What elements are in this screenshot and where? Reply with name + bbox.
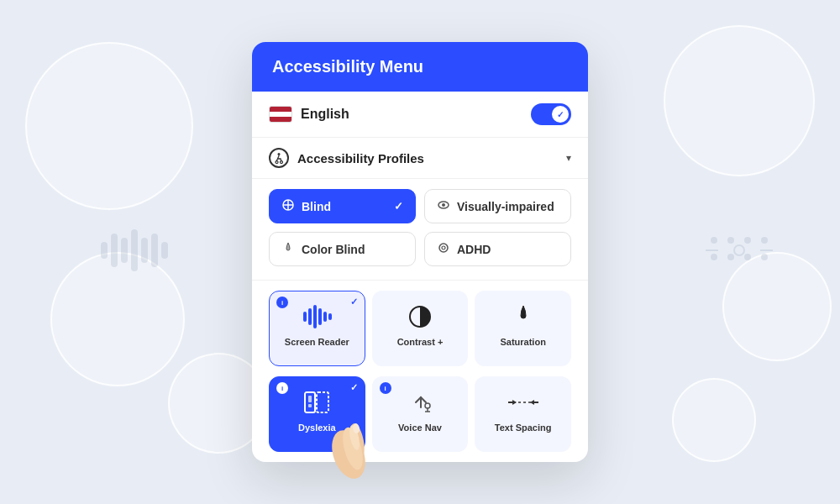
svg-rect-6 xyxy=(161,242,168,259)
svg-point-11 xyxy=(711,254,717,260)
svg-point-19 xyxy=(276,161,278,164)
dyslexia-info-badge: i xyxy=(276,382,288,394)
text-spacing-label: Text Spacing xyxy=(495,423,552,433)
flag-us-icon xyxy=(269,106,292,123)
panel-body: English ✓ xyxy=(252,92,588,462)
svg-rect-29 xyxy=(308,308,312,325)
dropdown-arrow-icon: ▾ xyxy=(566,152,571,164)
svg-rect-31 xyxy=(318,308,322,325)
svg-point-8 xyxy=(727,237,734,244)
bg-circle-4 xyxy=(664,25,815,176)
svg-rect-2 xyxy=(121,238,128,263)
bg-circle-1 xyxy=(25,42,193,210)
language-label: English xyxy=(301,107,349,122)
language-left: English xyxy=(269,106,349,123)
feature-text-spacing[interactable]: Text Spacing xyxy=(475,376,571,452)
panel-title: Accessibility Menu xyxy=(272,57,423,76)
profiles-grid: Blind ✓ Visually-impaired xyxy=(252,179,588,281)
visually-impaired-icon xyxy=(437,198,450,214)
features-row-2: i ✓ Dyslexia i xyxy=(252,376,588,462)
svg-point-7 xyxy=(711,237,717,244)
profile-adhd-label: ADHD xyxy=(457,243,491,256)
feature-screen-reader[interactable]: i ✓ Screen Reader xyxy=(269,291,365,366)
svg-marker-46 xyxy=(530,400,534,405)
svg-point-9 xyxy=(744,237,751,244)
profile-blind-label: Blind xyxy=(302,200,331,213)
svg-point-20 xyxy=(281,161,283,164)
svg-point-27 xyxy=(442,246,445,249)
profiles-label: Accessibility Profiles xyxy=(297,151,424,165)
profile-btn-visually-impaired[interactable]: Visually-impaired xyxy=(424,189,571,223)
svg-rect-32 xyxy=(323,312,327,322)
screen-reader-info-badge: i xyxy=(276,297,288,308)
toggle-knob: ✓ xyxy=(552,106,569,123)
svg-point-10 xyxy=(761,237,768,244)
profile-color-blind-label: Color Blind xyxy=(302,243,365,256)
svg-point-18 xyxy=(278,153,281,155)
svg-point-26 xyxy=(439,244,448,252)
toggle-check-icon: ✓ xyxy=(557,110,564,119)
voice-nav-label: Voice Nav xyxy=(398,423,442,433)
saturation-label: Saturation xyxy=(500,337,545,347)
svg-rect-36 xyxy=(308,396,312,402)
profile-btn-color-blind[interactable]: Color Blind xyxy=(269,232,416,266)
voice-nav-info-badge: i xyxy=(380,382,391,394)
dyslexia-label: Dyslexia xyxy=(298,423,336,433)
bg-soundwave-icon xyxy=(101,229,168,275)
svg-point-13 xyxy=(744,254,751,260)
dyslexia-icon xyxy=(303,389,330,416)
dyslexia-check-badge: ✓ xyxy=(350,382,358,393)
language-toggle[interactable]: ✓ xyxy=(531,103,571,125)
profiles-left: Accessibility Profiles xyxy=(269,148,424,168)
svg-rect-3 xyxy=(131,229,138,271)
bg-dots-pattern xyxy=(706,234,773,270)
blind-icon xyxy=(281,198,295,214)
saturation-icon xyxy=(512,303,534,330)
svg-point-39 xyxy=(425,403,430,408)
svg-rect-0 xyxy=(101,242,108,259)
voice-nav-icon xyxy=(407,389,433,416)
panel-wrapper: Accessibility Menu English ✓ xyxy=(252,42,588,462)
svg-rect-38 xyxy=(317,392,328,412)
svg-rect-4 xyxy=(141,238,148,263)
feature-dyslexia[interactable]: i ✓ Dyslexia xyxy=(269,376,365,452)
svg-point-25 xyxy=(442,203,445,207)
profile-visually-impaired-label: Visually-impaired xyxy=(457,200,554,213)
screen-reader-check-badge: ✓ xyxy=(350,297,358,307)
feature-saturation[interactable]: Saturation xyxy=(475,291,571,366)
feature-voice-nav[interactable]: i Voice Nav xyxy=(372,376,469,452)
wheelchair-icon xyxy=(269,148,289,168)
svg-point-12 xyxy=(727,254,734,260)
svg-rect-37 xyxy=(308,404,312,407)
svg-point-17 xyxy=(734,245,744,255)
svg-rect-1 xyxy=(111,234,118,267)
accessibility-profiles-row[interactable]: Accessibility Profiles ▾ xyxy=(252,138,588,179)
profile-btn-blind[interactable]: Blind ✓ xyxy=(269,189,416,223)
contrast-label: Contrast + xyxy=(397,337,444,347)
language-row[interactable]: English ✓ xyxy=(252,92,588,138)
feature-contrast[interactable]: Contrast + xyxy=(372,291,469,366)
bg-circle-5 xyxy=(722,252,832,361)
svg-rect-33 xyxy=(328,313,332,320)
svg-rect-5 xyxy=(151,234,158,267)
accessibility-panel: Accessibility Menu English ✓ xyxy=(252,42,588,462)
color-blind-icon xyxy=(281,241,295,257)
contrast-icon xyxy=(407,303,433,330)
svg-point-14 xyxy=(761,254,768,260)
screen-reader-label: Screen Reader xyxy=(285,337,349,347)
svg-rect-28 xyxy=(303,312,307,322)
bg-circle-2 xyxy=(50,252,185,386)
panel-header: Accessibility Menu xyxy=(252,42,588,92)
text-spacing-icon xyxy=(508,389,538,416)
bg-circle-6 xyxy=(672,378,756,462)
svg-rect-30 xyxy=(313,305,317,328)
svg-marker-45 xyxy=(512,400,517,405)
screen-reader-icon xyxy=(302,303,332,330)
profile-btn-adhd[interactable]: ADHD xyxy=(424,232,571,266)
blind-check-icon: ✓ xyxy=(394,200,403,213)
adhd-icon xyxy=(437,241,450,257)
features-row-1: i ✓ Screen Reader xyxy=(252,281,588,376)
